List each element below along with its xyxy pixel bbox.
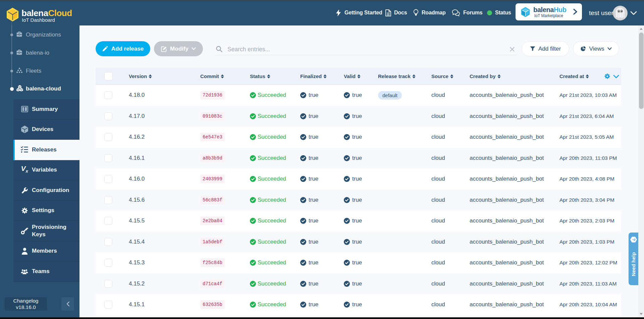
svg-text:?: ? — [631, 238, 636, 241]
